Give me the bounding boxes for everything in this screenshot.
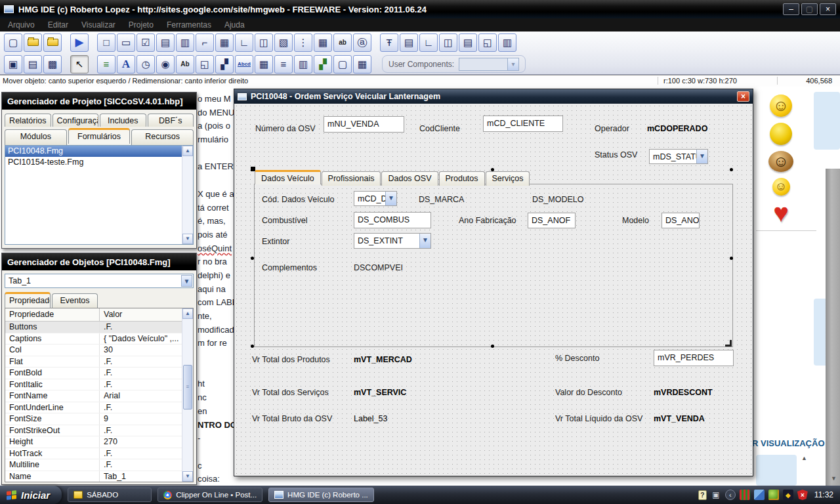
spinner-control-icon[interactable]: ⓐ bbox=[353, 33, 371, 52]
object-tab[interactable]: Eventos bbox=[52, 293, 98, 309]
menu-item[interactable]: Arquivo bbox=[8, 20, 35, 30]
hyperlink-icon[interactable]: Abcd bbox=[235, 55, 253, 74]
taskbar-task-hmg[interactable]: HMG IDE (c) Roberto ... bbox=[268, 488, 374, 502]
property-row[interactable]: Name Tab_1 bbox=[5, 471, 182, 483]
project-tab[interactable]: Recursos bbox=[131, 129, 194, 145]
frame-control-icon[interactable]: ◫ bbox=[255, 33, 273, 52]
object-manager-title[interactable]: Gerenciador de Objetos [PCI10048.Fmg] bbox=[2, 253, 196, 270]
cod-dados-veiculo-combobox[interactable]: mCD_D ▼ bbox=[354, 191, 397, 206]
project-tab[interactable]: Includes bbox=[100, 114, 146, 127]
help-tray-icon[interactable]: ? bbox=[698, 490, 707, 500]
statusbar-control-icon[interactable]: ∟ bbox=[419, 33, 438, 52]
form-tab[interactable]: Dados Veículo bbox=[255, 170, 321, 184]
form-tab[interactable]: Serviços bbox=[486, 171, 530, 186]
bevel-control-icon[interactable]: ⌐ bbox=[196, 33, 214, 52]
complementos-value-label[interactable]: DSCOMPVEI bbox=[354, 263, 403, 272]
property-row[interactable]: HotTrack .F. bbox=[5, 448, 182, 460]
selection-handle[interactable] bbox=[491, 345, 494, 348]
start-button[interactable]: Iniciar bbox=[0, 486, 62, 504]
resources-icon[interactable]: ▩ bbox=[43, 55, 62, 74]
desconto-pct-textbox[interactable]: mVR_PERDES bbox=[654, 350, 734, 366]
property-row[interactable]: FontStrikeOut .F. bbox=[5, 425, 182, 437]
form-file-item[interactable]: PCI10048.Fmg bbox=[5, 146, 193, 157]
property-row[interactable]: Captions { "Dados Veículo" ,... bbox=[5, 333, 182, 345]
getbox-icon[interactable]: ≡ bbox=[274, 55, 293, 74]
menu-item[interactable]: Ajuda bbox=[224, 20, 245, 30]
property-row[interactable]: Multiline .F. bbox=[5, 459, 182, 471]
minimize-button[interactable]: – bbox=[783, 3, 799, 15]
operador-value-label[interactable]: mCDOPERADO bbox=[647, 124, 707, 133]
form-control-icon[interactable]: □ bbox=[97, 33, 116, 52]
maximize-button[interactable]: ▢ bbox=[801, 3, 818, 15]
codcliente-textbox[interactable]: mCD_CLIENTE bbox=[483, 116, 563, 132]
property-row[interactable]: FontItalic .F. bbox=[5, 379, 182, 391]
editbox-control-icon[interactable]: ▤ bbox=[400, 33, 418, 52]
main-window-icon[interactable]: ▣ bbox=[4, 55, 22, 74]
textbox-control-icon[interactable]: ab bbox=[333, 33, 352, 52]
property-row[interactable]: FontUnderLine .F. bbox=[5, 402, 182, 414]
open-project-icon[interactable] bbox=[24, 33, 42, 52]
animation-icon[interactable]: ▞ bbox=[215, 55, 234, 74]
dbgrid-icon[interactable]: ▦ bbox=[353, 55, 371, 74]
form-titlebar[interactable]: PCI10048 - Ordem Serviço Veicular Lanter… bbox=[234, 89, 753, 104]
thumbs-up-smiley-emoticon[interactable]: ☺ bbox=[770, 94, 792, 117]
image-control-icon[interactable]: ▧ bbox=[274, 33, 293, 52]
grid-control-icon[interactable]: ▦ bbox=[215, 33, 234, 52]
radiogroup-control-icon[interactable]: ⋮ bbox=[294, 33, 312, 52]
total-bruto-value[interactable]: Label_53 bbox=[354, 414, 387, 423]
scroll-up-icon[interactable]: ▲ bbox=[182, 308, 193, 319]
listbox-control-icon[interactable]: ▤ bbox=[156, 33, 175, 52]
mooning-smiley-emoticon[interactable] bbox=[770, 123, 792, 145]
browse-control-icon[interactable]: ▥ bbox=[498, 33, 516, 52]
treeview-control-icon[interactable]: Ŧ bbox=[380, 33, 398, 52]
scroll-down-icon[interactable]: ▼ bbox=[182, 471, 193, 482]
taskbar-task-browser[interactable]: Clipper On Line • Post... bbox=[158, 488, 262, 502]
project-tab[interactable]: Relatórios bbox=[5, 114, 51, 127]
numero-osv-textbox[interactable]: mNU_VENDA bbox=[324, 116, 404, 133]
label-icon[interactable]: Ab bbox=[176, 55, 194, 74]
menu-item[interactable]: Visualizar bbox=[81, 20, 116, 30]
timer-icon[interactable]: ◷ bbox=[136, 55, 155, 74]
chevron-down-icon[interactable]: ▼ bbox=[181, 275, 192, 287]
selection-handle[interactable] bbox=[251, 345, 254, 348]
close-project-icon[interactable] bbox=[43, 33, 62, 52]
page-icon[interactable]: ◱ bbox=[196, 55, 214, 74]
combobox-control-icon[interactable]: ▥ bbox=[176, 33, 194, 52]
security-alert-tray-icon[interactable]: × bbox=[797, 490, 808, 500]
property-row[interactable]: Buttons .F. bbox=[5, 322, 182, 333]
form-file-item[interactable]: PCI10154-teste.Fmg bbox=[5, 157, 193, 168]
form-tab[interactable]: Produtos bbox=[439, 171, 485, 186]
slider-control-icon[interactable]: ∟ bbox=[235, 33, 253, 52]
splitter-control-icon[interactable]: ◫ bbox=[439, 33, 457, 52]
network-tray-icon[interactable] bbox=[754, 490, 765, 500]
ano-fabricacao-textbox[interactable]: DS_ANOF bbox=[528, 213, 576, 228]
property-row[interactable]: Col 30 bbox=[5, 345, 182, 356]
project-manager-title[interactable]: Gerenciador de Projeto [SICCoSV.4.01.hbp… bbox=[2, 93, 196, 110]
object-selector-combobox[interactable]: Tab_1 ▼ bbox=[5, 274, 194, 288]
button-control-icon[interactable]: ▭ bbox=[117, 33, 135, 52]
hide-icons-chevron[interactable]: ‹ bbox=[725, 490, 736, 500]
antivirus-tray-icon[interactable] bbox=[740, 490, 750, 500]
old-man-smiley-emoticon[interactable]: ☺ bbox=[768, 151, 793, 172]
project-tab[interactable]: Formulários bbox=[68, 128, 131, 144]
scrollbar-thumb[interactable]: ≡ bbox=[183, 365, 192, 410]
property-row[interactable]: FontBold .F. bbox=[5, 368, 182, 379]
select-pointer-icon[interactable]: ↖ bbox=[70, 55, 89, 74]
marca-value-label[interactable]: DS_MARCA bbox=[419, 195, 464, 204]
ipaddress-icon[interactable]: ▢ bbox=[333, 55, 352, 74]
status-osv-combobox[interactable]: mDS_STATU ▼ bbox=[649, 149, 708, 164]
scroll-down-icon[interactable]: ▼ bbox=[831, 475, 837, 482]
property-row[interactable]: Height 270 bbox=[5, 436, 182, 448]
menu-item[interactable]: Ferramentas bbox=[167, 20, 211, 30]
selection-handle[interactable] bbox=[730, 168, 733, 171]
player-icon[interactable]: ▞ bbox=[314, 55, 332, 74]
form-tab[interactable]: Profissionais bbox=[322, 171, 381, 186]
datepicker-icon[interactable]: ▦ bbox=[255, 55, 273, 74]
menu-item[interactable]: Projeto bbox=[129, 20, 154, 30]
form-canvas[interactable]: Número da OSV mNU_VENDA CodCliente mCD_C… bbox=[234, 104, 753, 476]
total-produtos-value[interactable]: mVT_MERCAD bbox=[354, 355, 412, 364]
browser-scrollbar[interactable] bbox=[826, 169, 840, 486]
heart-emoticon[interactable]: ♥ bbox=[770, 201, 792, 224]
restore-window-tray-icon[interactable]: ▣ bbox=[711, 490, 721, 500]
property-row[interactable]: FontSize 9 bbox=[5, 413, 182, 425]
